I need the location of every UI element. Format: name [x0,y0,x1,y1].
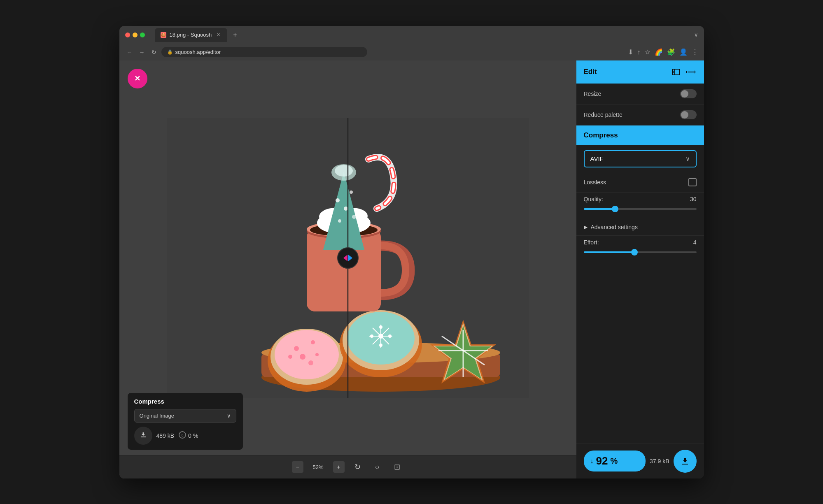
zoom-value: 52% [310,464,326,470]
spacer [576,266,704,444]
edit-icon-left[interactable] [670,66,682,78]
svg-point-6 [275,330,339,379]
svg-point-49 [335,165,353,177]
compress-title: Compress [584,131,618,139]
share-icon[interactable]: ↑ [637,49,641,56]
tab-expand-button[interactable]: ∨ [694,32,698,38]
lossless-label: Lossless [584,179,606,186]
title-bar: 🍪 18.png - Squoosh ✕ + ∨ [119,26,704,44]
svg-point-45 [344,207,348,211]
browser-window: 🍪 18.png - Squoosh ✕ + ∨ ← → ↻ 🔒 squoosh… [119,26,704,478]
lossless-row: Lossless [576,172,704,193]
profile-icon[interactable]: 👤 [679,48,688,56]
reduce-palette-label: Reduce palette [584,111,622,118]
svg-point-7 [294,346,299,351]
compare-handle[interactable] [337,247,359,269]
left-compression-pct: 0 0 % [178,431,198,440]
quality-slider-fill [584,208,616,210]
svg-point-43 [336,198,340,202]
edit-header-icons [670,66,697,78]
advanced-settings-row[interactable]: ▶ Advanced settings [576,219,704,236]
minimize-traffic-light[interactable] [133,33,138,37]
active-tab[interactable]: 🍪 18.png - Squoosh ✕ [155,28,228,42]
close-editor-button[interactable]: ✕ [128,69,147,88]
url-input[interactable]: 🔒 squoosh.app/editor [161,47,367,57]
effort-slider[interactable] [576,247,704,262]
svg-point-11 [288,355,292,359]
bookmark-icon[interactable]: ☆ [645,48,650,56]
svg-point-46 [338,219,341,223]
menu-icon[interactable]: ⋮ [692,48,698,56]
svg-point-22 [380,344,382,346]
compress-section-header: Compress [576,125,704,145]
left-panel-title: Compress [134,398,236,405]
reduce-palette-row: Reduce palette [576,105,704,125]
reload-button[interactable]: ↻ [150,48,158,56]
reduction-pct-value: 92 [596,455,608,467]
svg-point-44 [350,190,353,194]
advanced-chevron-icon: ▶ [584,224,588,230]
svg-point-21 [380,326,382,328]
format-dropdown[interactable]: AVIF ∨ [584,150,697,167]
svg-point-10 [315,353,319,356]
main-download-button[interactable] [674,450,697,473]
browser-chrome: 🍪 18.png - Squoosh ✕ + ∨ ← → ↻ 🔒 squoosh… [119,26,704,60]
reduction-badge: ↓ 92 % [584,451,646,471]
image-container [167,118,529,398]
svg-point-8 [311,340,315,344]
canvas-area: ✕ [119,60,576,478]
rotate-button[interactable]: ↻ [351,460,364,474]
effort-value: 4 [693,239,697,246]
zoom-out-button[interactable]: − [292,461,303,473]
effort-label: Effort: [584,239,599,246]
svg-point-47 [352,215,356,219]
back-button[interactable]: ← [125,48,134,56]
reduce-palette-toggle-knob [681,111,688,118]
quality-slider[interactable] [576,204,704,219]
address-bar: ← → ↻ 🔒 squoosh.app/editor ⬇ ↑ ☆ 🌈 🧩 👤 ⋮ [119,44,704,60]
quality-slider-thumb[interactable] [612,206,618,212]
tab-add-button[interactable]: + [230,30,240,40]
maximize-traffic-light[interactable] [140,33,145,37]
forward-button[interactable]: → [138,48,147,56]
browser-toolbar-icons: ⬇ ↑ ☆ 🌈 🧩 👤 ⋮ [628,48,698,56]
crop-button[interactable]: ⊡ [391,460,404,474]
svg-point-12 [308,360,313,365]
left-dropdown-arrow: ∨ [227,413,231,419]
effort-slider-thumb[interactable] [631,249,638,255]
edit-section-header: Edit [576,60,704,84]
resize-label: Resize [584,91,602,97]
left-panel-stats: 489 kB 0 0 % [134,427,236,445]
close-traffic-light[interactable] [125,33,130,37]
left-pct-unit: % [193,432,198,439]
left-download-button[interactable] [134,427,152,445]
url-text: squoosh.app/editor [175,49,221,55]
main-download-icon [680,456,690,466]
output-size: 37.9 kB [650,458,669,465]
svg-point-9 [300,354,305,360]
quality-label: Quality: [584,196,603,202]
reduction-arrow-icon: ↓ [590,458,594,465]
compare-arrows [343,255,352,261]
traffic-lights [125,33,145,37]
color-icon[interactable]: 🌈 [655,48,663,56]
left-pct-value: 0 [188,432,191,439]
effort-section: Effort: 4 [576,236,704,266]
reduce-palette-toggle[interactable] [680,110,697,119]
lossless-checkbox[interactable] [688,178,697,186]
tab-close-button[interactable]: ✕ [215,32,221,38]
edit-icon-right[interactable] [685,66,697,78]
zoom-in-button[interactable]: + [333,461,345,473]
extensions-icon[interactable]: 🧩 [667,48,675,56]
format-arrow: ∨ [685,155,690,163]
tab-title: 18.png - Squoosh [170,32,212,38]
svg-text:0: 0 [182,433,184,437]
svg-point-20 [379,334,383,338]
resize-toggle-knob [681,90,688,98]
left-format-dropdown[interactable]: Original Image ∨ [134,409,236,423]
quality-label-row: Quality: 30 [576,193,704,204]
circle-button[interactable]: ○ [371,460,384,474]
left-pct-icon: 0 [178,431,187,440]
download-page-icon[interactable]: ⬇ [628,48,633,56]
resize-toggle[interactable] [680,89,697,98]
